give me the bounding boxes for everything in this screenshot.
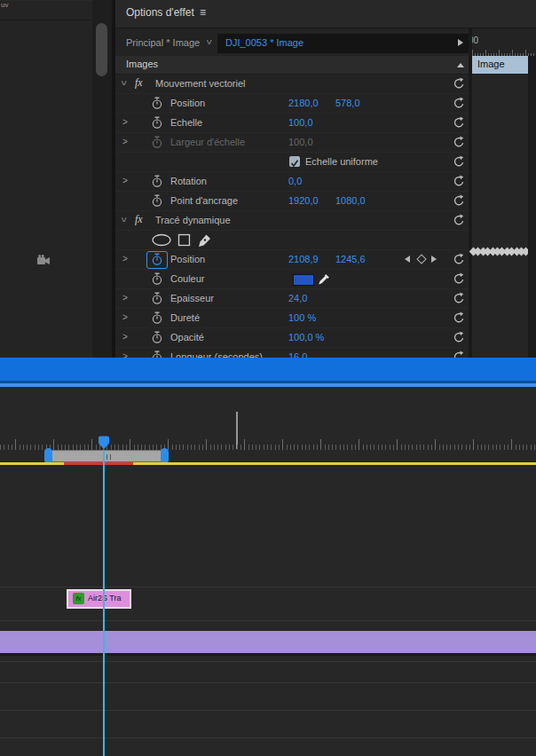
ellipse-tool-icon[interactable]	[151, 233, 172, 247]
playhead-line[interactable]	[103, 450, 105, 756]
stopwatch-icon[interactable]	[151, 194, 163, 208]
param-value-x[interactable]: 100,0	[288, 117, 313, 128]
stopwatch-icon[interactable]	[151, 292, 163, 305]
scrollbar-thumb[interactable]	[96, 23, 107, 76]
master-clip-selector[interactable]: Principal * Image	[126, 37, 200, 48]
effect-row: >Position2108,91245,6	[115, 250, 469, 270]
ruler-tick	[435, 439, 436, 450]
ruler-tick	[481, 445, 482, 450]
reset-parameter-icon[interactable]	[453, 214, 465, 226]
stopwatch-icon[interactable]	[151, 331, 163, 344]
reset-parameter-icon[interactable]	[453, 253, 465, 265]
reset-parameter-icon[interactable]	[453, 331, 465, 343]
disclosure-chevron-icon[interactable]: >	[119, 217, 129, 223]
mini-timeline-scroll-track[interactable]	[528, 56, 536, 358]
param-label: Opacité	[170, 332, 204, 343]
keyframe-next-icon[interactable]	[431, 256, 437, 263]
timeline-clip[interactable]: fx Air2S Tra	[67, 589, 131, 609]
param-value-x[interactable]: 2180,0	[288, 98, 319, 108]
ruler-tick	[385, 445, 386, 450]
param-value-x[interactable]: 100,0	[288, 137, 313, 147]
ruler-tick	[416, 445, 417, 450]
ruler-tick	[458, 445, 459, 450]
checkbox[interactable]	[289, 156, 300, 167]
param-value-x[interactable]: 0,0	[288, 176, 302, 186]
ruler-tick	[408, 445, 409, 450]
param-value-y[interactable]: 1245,6	[335, 254, 366, 264]
stopwatch-icon[interactable]	[151, 97, 163, 110]
param-value-x[interactable]: 2108,9	[288, 254, 319, 264]
ruler-tick	[469, 445, 470, 450]
vertical-scrollbar[interactable]	[92, 0, 112, 358]
ruler-tick	[38, 445, 39, 450]
reset-parameter-icon[interactable]	[453, 77, 465, 90]
ruler-tick	[393, 445, 394, 450]
eyedropper-icon[interactable]	[318, 272, 331, 286]
ruler-tick	[473, 439, 474, 450]
disclosure-chevron-icon[interactable]: >	[122, 293, 128, 303]
collapse-triangle-icon[interactable]	[457, 63, 464, 67]
ruler-tick	[12, 445, 12, 450]
ruler-tick	[214, 445, 215, 450]
ruler-tick	[374, 445, 374, 450]
ruler-tick	[279, 445, 280, 450]
stopwatch-icon[interactable]	[151, 116, 163, 130]
reset-parameter-icon[interactable]	[453, 136, 465, 148]
effect-row: >Dureté100 %	[115, 309, 469, 328]
effect-row: >Rotation0,0	[115, 172, 469, 192]
rectangle-tool-icon[interactable]	[177, 233, 191, 247]
disclosure-chevron-icon[interactable]: >	[122, 137, 128, 146]
panel-menu-icon[interactable]: ≡	[200, 6, 206, 19]
playhead-head[interactable]	[98, 436, 110, 450]
ruler-tick	[328, 445, 329, 450]
disclosure-chevron-icon[interactable]: >	[122, 254, 128, 264]
effect-row: >Epaisseur24,0	[115, 289, 469, 309]
reset-parameter-icon[interactable]	[453, 175, 465, 187]
reset-parameter-icon[interactable]	[453, 97, 465, 109]
disclosure-chevron-icon[interactable]: >	[119, 81, 129, 86]
keyframe-prev-icon[interactable]	[405, 256, 410, 263]
ruler-tick	[500, 445, 501, 450]
ruler-tick	[130, 439, 130, 450]
pen-tool-icon[interactable]	[197, 233, 212, 248]
disclosure-chevron-icon[interactable]: >	[122, 332, 128, 342]
effect-row: >fxTracé dynamique	[115, 211, 469, 231]
stopwatch-icon[interactable]	[151, 175, 163, 188]
tab-effect-controls[interactable]: Options d'effet	[126, 6, 194, 19]
disclosure-chevron-icon[interactable]: >	[122, 176, 128, 185]
stopwatch-icon[interactable]	[151, 253, 163, 266]
scroll-right-icon[interactable]	[458, 39, 463, 46]
fx-icon: fx	[135, 213, 143, 226]
color-swatch[interactable]	[293, 274, 314, 286]
ruler-tick	[305, 445, 306, 450]
checkbox-label: Echelle uniforme	[305, 156, 378, 167]
zoom-scrollbar[interactable]	[47, 450, 169, 462]
reset-parameter-icon[interactable]	[453, 311, 465, 324]
reset-parameter-icon[interactable]	[453, 272, 465, 285]
reset-parameter-icon[interactable]	[453, 116, 465, 129]
stopwatch-icon[interactable]	[151, 272, 163, 286]
active-clip-strip: DJI_0053 * Image	[217, 34, 469, 53]
param-label: Dureté	[170, 312, 200, 323]
disclosure-chevron-icon[interactable]: >	[122, 117, 128, 127]
effects-group-header[interactable]: Images	[115, 56, 469, 75]
track-divider	[0, 587, 536, 587]
timeline-clip-band[interactable]	[0, 631, 536, 653]
param-value-y[interactable]: 1080,0	[335, 195, 366, 206]
param-value-x[interactable]: 100,0 %	[288, 332, 324, 343]
mini-timeline-track-header[interactable]: Image	[472, 56, 528, 74]
param-value-x[interactable]: 1920,0	[288, 195, 319, 206]
param-value-x[interactable]: 100 %	[288, 312, 316, 323]
keyframe-add-icon[interactable]	[416, 254, 426, 264]
reset-parameter-icon[interactable]	[453, 155, 465, 168]
ruler-tick	[367, 445, 367, 450]
stopwatch-icon[interactable]	[151, 311, 163, 325]
panel-drop-highlight[interactable]	[0, 358, 536, 387]
param-value-y[interactable]: 578,0	[335, 98, 360, 108]
disclosure-chevron-icon[interactable]: >	[122, 312, 128, 322]
reset-parameter-icon[interactable]	[453, 292, 465, 304]
reset-parameter-icon[interactable]	[453, 194, 465, 207]
param-value-x[interactable]: 24,0	[288, 293, 307, 303]
stopwatch-icon[interactable]	[151, 136, 163, 149]
active-clip-name[interactable]: DJI_0053 * Image	[225, 37, 303, 48]
